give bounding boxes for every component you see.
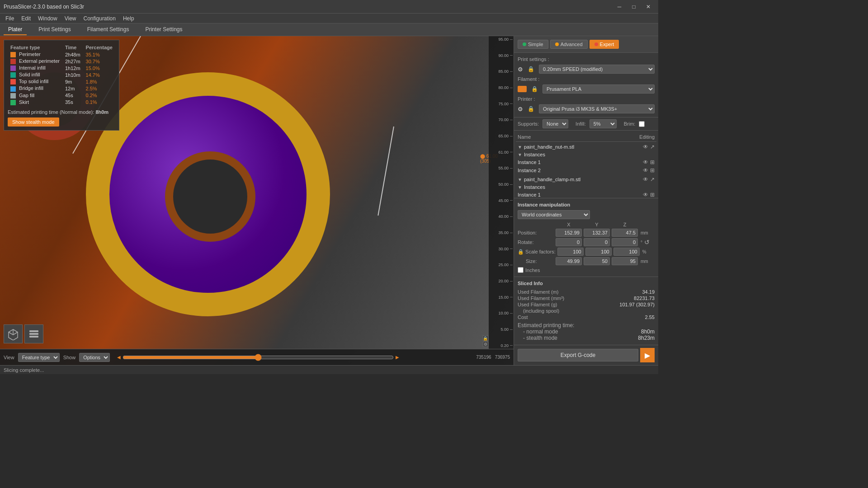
grid-icon[interactable]: ⊞ [650, 192, 655, 198]
grid-icon[interactable]: ⊞ [650, 159, 655, 165]
z-position-input[interactable] [612, 229, 638, 237]
normal-mode-row: - normal mode 8h0m [518, 328, 655, 335]
brim-label: Brim: [624, 121, 636, 127]
brim-checkbox[interactable] [639, 121, 645, 127]
instance-item[interactable]: Instance 1 👁 ⊞ [516, 158, 656, 166]
app-title: PrusaSlicer-2.3.0 based on Slic3r [4, 4, 84, 10]
y-scale-input[interactable] [585, 248, 612, 256]
eye-icon[interactable]: 👁 [643, 159, 648, 165]
menu-view[interactable]: View [61, 14, 80, 23]
z-size-input[interactable] [612, 257, 638, 265]
infill-select[interactable]: 5% [590, 119, 617, 128]
x-scale-input[interactable] [557, 248, 584, 256]
export-gcode-button[interactable]: Export G-code [518, 349, 638, 361]
menu-file[interactable]: File [2, 14, 18, 23]
menu-configuration[interactable]: Configuration [80, 14, 119, 23]
advanced-mode-button[interactable]: Advanced [550, 40, 588, 49]
filament-m-label: Used Filament (m) [518, 289, 558, 295]
export-icon[interactable]: ▶ [640, 348, 655, 362]
show-select[interactable]: Options [79, 353, 110, 362]
stealth-mode-button[interactable]: Show stealth mode [8, 117, 59, 127]
lock-scale-icon[interactable]: 🔒 [518, 249, 524, 254]
expert-mode-button[interactable]: Expert [590, 40, 619, 49]
stat-percentage: 2.5% [83, 85, 115, 92]
x-rotate-input[interactable] [556, 238, 582, 246]
object-item[interactable]: ▼ paint_handle_clamp-m.stl 👁 ↗ [516, 175, 656, 183]
supports-select[interactable]: None [542, 119, 568, 128]
svg-line-2 [13, 332, 18, 335]
ruler-tick: 85.00 [490, 69, 513, 74]
printer-select[interactable]: Original Prusa i3 MK3S & MK3S+ [539, 104, 655, 113]
tab-printer-settings[interactable]: Printer Settings [141, 24, 187, 35]
tab-print-settings[interactable]: Print Settings [34, 24, 75, 35]
stat-feature-name: Skirt [19, 99, 29, 105]
print-settings-select[interactable]: 0.20mm SPEED (modified) [539, 65, 655, 74]
estimated-time-label: Estimated printing time (Normal mode): 8… [8, 109, 115, 115]
view-select[interactable]: Feature type [18, 353, 60, 362]
menu-window[interactable]: Window [34, 14, 61, 23]
ruler-value: 40.00 [498, 214, 509, 219]
ruler-tick: 40.00 [490, 214, 513, 219]
toolbar: Plater Print Settings Filament Settings … [0, 23, 658, 36]
filament-select-row: 🔒 Prusament PLA [518, 84, 655, 94]
grid-icon[interactable]: ⊞ [650, 167, 655, 174]
refresh-icon[interactable]: ↺ [644, 239, 650, 246]
cube-view-button[interactable] [4, 324, 23, 343]
ruler-tick: 90.00 [490, 53, 513, 58]
eye-icon[interactable]: 👁 [643, 167, 648, 174]
stats-row: Bridge infill 12m 2.5% [8, 85, 115, 92]
eye-icon[interactable]: 👁 [643, 144, 648, 150]
chevron-down-icon: ▼ [518, 177, 522, 182]
stat-feature-name: Solid infill [19, 72, 40, 77]
coord-system-select[interactable]: World coordinates [518, 210, 590, 219]
ruler-value: 35.00 [498, 230, 509, 235]
z-scale-input[interactable] [613, 248, 640, 256]
instance-item[interactable]: Instance 1 👁 ⊞ [516, 191, 656, 198]
stealth-mode-value: 8h23m [638, 335, 655, 341]
y-rotate-input[interactable] [584, 238, 610, 246]
instance-item[interactable]: Instance 2 👁 ⊞ [516, 166, 656, 174]
view-controls [4, 324, 43, 343]
lock-view-button[interactable]: 🔒 [483, 335, 488, 341]
right-panel: Simple Advanced Expert Print settings : … [514, 36, 658, 365]
inches-label: Inches [525, 267, 540, 273]
stat-feature-name: Perimeter [19, 52, 41, 57]
y-size-input[interactable] [584, 257, 610, 265]
y-position-input[interactable] [584, 229, 610, 237]
ruler-tick: 95.00 [490, 37, 513, 42]
settings-view-button[interactable]: ⚙ [483, 342, 488, 347]
chevron-down-icon: ▼ [518, 185, 522, 190]
x-position-input[interactable] [556, 229, 582, 237]
instance-manipulation: Instance manipulation World coordinates … [514, 198, 658, 277]
eye-icon[interactable]: 👁 [643, 192, 648, 198]
ruler-value: 95.00 [498, 37, 509, 42]
ruler-value: 5.00 [500, 327, 509, 332]
ruler-value: 85.00 [498, 69, 509, 74]
viewport[interactable]: ⬤ 61.00(305) Feature type Time Percentag… [0, 36, 514, 365]
close-button[interactable]: ✕ [642, 0, 655, 13]
object-item[interactable]: ▼ paint_handle_nut-m.stl 👁 ↗ [516, 143, 656, 151]
object-group: ▼ paint_handle_nut-m.stl 👁 ↗ ▼ Instances… [516, 143, 656, 174]
supports-row: Supports: None Infill: 5% Brim: [514, 117, 658, 131]
simple-mode-button[interactable]: Simple [518, 40, 548, 49]
z-rotate-input[interactable] [612, 238, 638, 246]
maximize-button[interactable]: □ [627, 0, 640, 13]
stealth-mode-label: - stealth mode [523, 335, 557, 341]
export-icon[interactable]: ↗ [650, 176, 655, 183]
menu-help[interactable]: Help [119, 14, 138, 23]
export-icon[interactable]: ↗ [650, 144, 655, 150]
ruler-tick: 61.00 [490, 150, 513, 155]
eye-icon[interactable]: 👁 [643, 176, 648, 183]
tab-plater[interactable]: Plater [4, 24, 27, 35]
menu-edit[interactable]: Edit [18, 14, 34, 23]
filament-select[interactable]: Prusament PLA [542, 84, 655, 94]
layers-view-button[interactable] [24, 324, 43, 343]
minimize-button[interactable]: ─ [613, 0, 626, 13]
ruler-tick: 20.00 [490, 279, 513, 283]
tab-filament-settings[interactable]: Filament Settings [83, 24, 134, 35]
layer-slider[interactable] [123, 354, 394, 361]
x-size-input[interactable] [556, 257, 582, 265]
inches-checkbox[interactable] [518, 267, 524, 273]
ruler-value: 50.00 [498, 182, 509, 187]
infill-label: Infill: [576, 121, 586, 127]
